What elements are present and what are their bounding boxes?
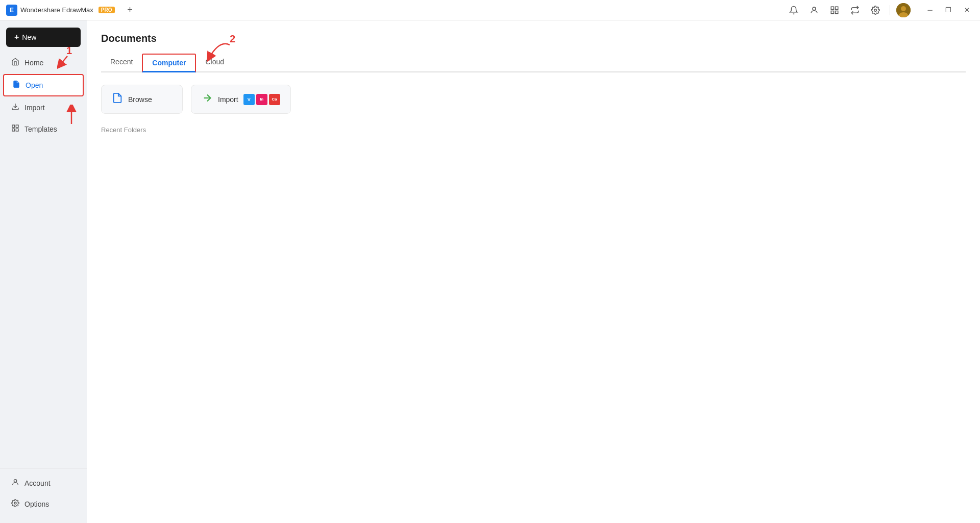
svg-point-5 (874, 9, 877, 11)
import-icon (11, 103, 19, 113)
titlebar: E Wondershare EdrawMax PRO + ─ ❐ ✕ (0, 0, 980, 20)
sidebar-item-open-label: Open (26, 81, 43, 89)
sidebar-bottom: Account Options (0, 468, 87, 519)
lucid-badge: In (256, 94, 267, 105)
sidebar-item-home-label: Home (24, 59, 43, 67)
pro-badge: PRO (99, 7, 115, 13)
sync-button[interactable] (847, 2, 863, 18)
tab-recent[interactable]: Recent (101, 54, 142, 72)
svg-rect-1 (831, 7, 834, 9)
ca-badge: Ca (269, 94, 280, 105)
new-button-label: New (22, 33, 36, 41)
tabs-bar: Recent Computer Cloud (101, 54, 966, 72)
cards-row: Browse Import V In Ca (101, 85, 966, 114)
svg-point-19 (14, 502, 16, 504)
templates-icon (11, 124, 19, 134)
recent-folders-label: Recent Folders (101, 126, 966, 134)
open-icon (12, 80, 20, 90)
titlebar-controls: ─ ❐ ✕ (786, 2, 974, 18)
notification-button[interactable] (786, 2, 802, 18)
new-tab-button[interactable]: + (123, 3, 137, 17)
account-icon (11, 478, 19, 488)
import-card[interactable]: Import V In Ca (191, 85, 291, 114)
app-name: Wondershare EdrawMax (20, 6, 93, 14)
svg-rect-2 (836, 7, 838, 9)
tab-cloud[interactable]: Cloud (196, 54, 233, 72)
browse-icon (112, 92, 123, 106)
sidebar: + New 1 Home Open (0, 20, 87, 523)
main-area: + New 1 Home Open (0, 20, 980, 523)
browse-label: Browse (128, 95, 152, 104)
sidebar-item-options[interactable]: Options (3, 494, 84, 514)
sidebar-item-home[interactable]: Home (3, 53, 84, 73)
import-file-icons: V In Ca (243, 94, 280, 105)
sidebar-item-open[interactable]: Open (3, 74, 84, 96)
svg-point-7 (901, 6, 906, 11)
svg-rect-4 (836, 11, 838, 13)
sidebar-item-import[interactable]: Import (3, 97, 84, 118)
options-icon (11, 499, 19, 509)
home-icon (11, 58, 19, 68)
tab-computer[interactable]: Computer (142, 54, 196, 72)
visio-badge: V (243, 94, 255, 105)
apps-button[interactable] (826, 2, 843, 18)
svg-rect-3 (831, 11, 834, 13)
user-info-button[interactable] (806, 2, 822, 18)
sidebar-item-account[interactable]: Account (3, 473, 84, 493)
app-settings-button[interactable] (867, 2, 884, 18)
restore-button[interactable]: ❐ (941, 3, 955, 17)
svg-rect-17 (16, 129, 18, 131)
sidebar-item-import-label: Import (24, 104, 45, 112)
svg-rect-14 (12, 125, 15, 128)
svg-point-18 (14, 480, 16, 482)
page-title: Documents (101, 33, 966, 44)
app-logo: E Wondershare EdrawMax PRO (6, 5, 115, 16)
new-button[interactable]: + New (6, 28, 81, 47)
import-arrow-icon (202, 92, 213, 106)
browse-card[interactable]: Browse (101, 85, 183, 114)
new-plus-icon: + (14, 33, 19, 42)
import-label: Import (218, 95, 238, 104)
close-button[interactable]: ✕ (960, 3, 974, 17)
content-area: 2 Documents Recent Computer Cloud (87, 20, 980, 523)
svg-rect-15 (16, 125, 18, 128)
sidebar-item-templates[interactable]: Templates (3, 119, 84, 139)
sidebar-item-account-label: Account (24, 479, 51, 487)
svg-point-0 (813, 7, 816, 10)
minimize-button[interactable]: ─ (923, 3, 937, 17)
app-icon: E (6, 5, 17, 16)
svg-rect-16 (12, 129, 15, 131)
divider (890, 5, 890, 15)
sidebar-item-options-label: Options (24, 500, 49, 508)
user-avatar[interactable] (896, 3, 911, 17)
sidebar-item-templates-label: Templates (24, 125, 57, 133)
